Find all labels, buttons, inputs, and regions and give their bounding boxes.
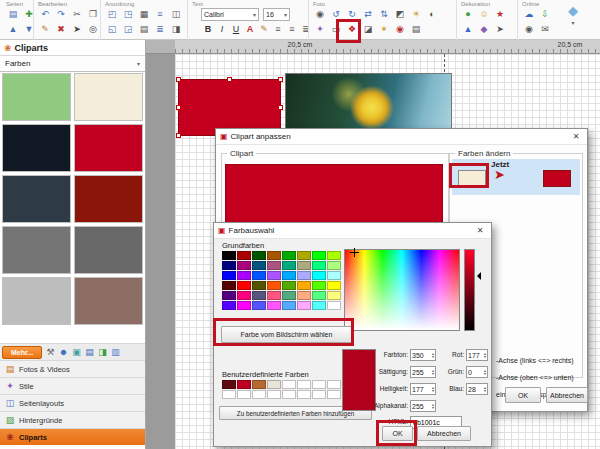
- basic-color-swatch[interactable]: [312, 271, 326, 280]
- clipart-category-select[interactable]: Farben ▾: [0, 56, 145, 72]
- delete-icon[interactable]: ✖: [54, 23, 68, 36]
- cancel-button[interactable]: Abbrechen: [417, 426, 471, 441]
- ok-button[interactable]: OK: [505, 387, 541, 403]
- clipart-color-tile[interactable]: [74, 226, 143, 274]
- bold-icon[interactable]: B: [201, 23, 215, 36]
- text-edit-icon[interactable]: ✎: [257, 23, 271, 36]
- distribute-icon[interactable]: ≡: [153, 8, 167, 21]
- community-icon[interactable]: ☻: [57, 346, 70, 359]
- basic-color-swatch[interactable]: [327, 301, 341, 310]
- clipart-color-tile[interactable]: [2, 226, 71, 274]
- flip-horizontal-icon[interactable]: ⇄: [361, 8, 375, 21]
- custom-color-swatch[interactable]: [282, 390, 296, 399]
- basic-color-swatch[interactable]: [312, 301, 326, 310]
- web-icon[interactable]: ◉: [522, 23, 536, 36]
- frame-icon[interactable]: ▭: [329, 23, 343, 36]
- basic-color-swatch[interactable]: [297, 261, 311, 270]
- monitor1-icon[interactable]: ▣: [70, 346, 83, 359]
- hue-saturation-gradient[interactable]: [344, 249, 460, 331]
- basic-color-swatch[interactable]: [282, 251, 296, 260]
- basic-color-swatch[interactable]: [237, 261, 251, 270]
- basic-color-swatch[interactable]: [327, 261, 341, 270]
- basic-color-swatch[interactable]: [282, 261, 296, 270]
- clipart-color-tile[interactable]: [2, 277, 71, 325]
- mail-icon[interactable]: ✉: [538, 23, 552, 36]
- basic-color-swatch[interactable]: [237, 301, 251, 310]
- redo-icon[interactable]: ↷: [54, 8, 68, 21]
- red-eye-icon[interactable]: ◉: [393, 23, 407, 36]
- basic-color-swatch[interactable]: [252, 291, 266, 300]
- custom-color-swatch[interactable]: [237, 380, 251, 389]
- camera-icon[interactable]: ◉: [313, 8, 327, 21]
- download-icon[interactable]: ⇩: [538, 8, 552, 21]
- basic-color-swatch[interactable]: [312, 251, 326, 260]
- selection-handle[interactable]: [278, 105, 283, 110]
- basic-color-swatch[interactable]: [267, 281, 281, 290]
- pick-screen-color-button[interactable]: Farbe vom Bildschirm wählen: [221, 326, 352, 343]
- dialog-titlebar[interactable]: ▣ Farbauswahl ✕: [214, 223, 491, 239]
- spinner-arrows[interactable]: ▴▾: [484, 369, 486, 375]
- italic-icon[interactable]: I: [215, 23, 229, 36]
- custom-color-swatch[interactable]: [327, 390, 341, 399]
- monitor3-icon[interactable]: ◨: [96, 346, 109, 359]
- custom-color-swatch[interactable]: [267, 390, 281, 399]
- custom-color-swatch[interactable]: [297, 390, 311, 399]
- basic-color-swatch[interactable]: [297, 271, 311, 280]
- sidebar-item-seitenlayouts[interactable]: ◫ Seitenlayouts: [0, 394, 145, 411]
- selection-handle[interactable]: [278, 77, 283, 82]
- clipart-color-tile[interactable]: [2, 175, 71, 223]
- zoom-icon[interactable]: ◎: [86, 23, 100, 36]
- brightness-icon[interactable]: ☀: [409, 8, 423, 21]
- spinner-arrows[interactable]: ▴▾: [432, 386, 434, 392]
- basic-color-swatch[interactable]: [252, 271, 266, 280]
- custom-color-swatch[interactable]: [237, 390, 251, 399]
- selection-handle[interactable]: [176, 105, 181, 110]
- clipart-color-tile[interactable]: [74, 175, 143, 223]
- new-page-icon[interactable]: ▤: [6, 8, 20, 21]
- align-bottom-right-icon[interactable]: ◲: [121, 23, 135, 36]
- spinner-arrows[interactable]: ▴▾: [484, 352, 486, 358]
- clipart-color-tile[interactable]: [2, 124, 71, 172]
- new-color-swatch[interactable]: [543, 170, 571, 187]
- cancel-button[interactable]: Abbrechen: [546, 387, 588, 403]
- basic-color-swatch[interactable]: [282, 281, 296, 290]
- basic-color-swatch[interactable]: [327, 291, 341, 300]
- basic-color-swatch[interactable]: [222, 281, 236, 290]
- align-left-icon[interactable]: ≡: [271, 23, 285, 36]
- font-size-select[interactable]: 16 ▾: [263, 8, 290, 21]
- clipart-color-tile[interactable]: [74, 73, 143, 121]
- basic-color-swatch[interactable]: [222, 291, 236, 300]
- smiley-icon[interactable]: ☺: [477, 8, 491, 21]
- copy-icon[interactable]: ❐: [86, 8, 100, 21]
- custom-color-swatch[interactable]: [222, 380, 236, 389]
- cut-icon[interactable]: ✂: [70, 8, 84, 21]
- current-color-swatch[interactable]: [458, 170, 486, 187]
- sharpen-icon[interactable]: ✶: [377, 23, 391, 36]
- basic-color-swatch[interactable]: [297, 291, 311, 300]
- basic-color-swatch[interactable]: [267, 261, 281, 270]
- saturation-spinbox[interactable]: 255▴▾: [410, 366, 436, 378]
- basic-color-swatch[interactable]: [222, 261, 236, 270]
- basic-color-swatch[interactable]: [252, 281, 266, 290]
- basic-color-swatch[interactable]: [237, 291, 251, 300]
- edit-icon[interactable]: ✎: [38, 23, 52, 36]
- shape-triangle-icon[interactable]: ▲: [461, 23, 475, 36]
- value-slider[interactable]: [464, 249, 475, 331]
- custom-color-swatch[interactable]: [252, 380, 266, 389]
- sidebar-item-cliparts[interactable]: ❀ Cliparts: [0, 428, 145, 445]
- red-spinbox[interactable]: 177▴▾: [466, 349, 488, 361]
- clipart-color-tile[interactable]: [2, 73, 71, 121]
- underline-icon[interactable]: U: [229, 23, 243, 36]
- gradient-cursor[interactable]: [350, 248, 359, 257]
- spinner-arrows[interactable]: ▴▾: [484, 386, 486, 392]
- basic-color-swatch[interactable]: [222, 271, 236, 280]
- basic-color-swatch[interactable]: [237, 281, 251, 290]
- custom-color-swatch[interactable]: [252, 390, 266, 399]
- grid-arrange-icon[interactable]: ▦: [137, 8, 151, 21]
- basic-color-swatch[interactable]: [237, 271, 251, 280]
- sidebar-item-hintergruende[interactable]: ▨ Hintergründe: [0, 411, 145, 428]
- hue-spinbox[interactable]: 350▴▾: [410, 349, 436, 361]
- star-icon[interactable]: ★: [493, 8, 507, 21]
- photo-text-icon[interactable]: ▤: [409, 23, 423, 36]
- font-family-select[interactable]: Calibri ▾: [201, 8, 259, 21]
